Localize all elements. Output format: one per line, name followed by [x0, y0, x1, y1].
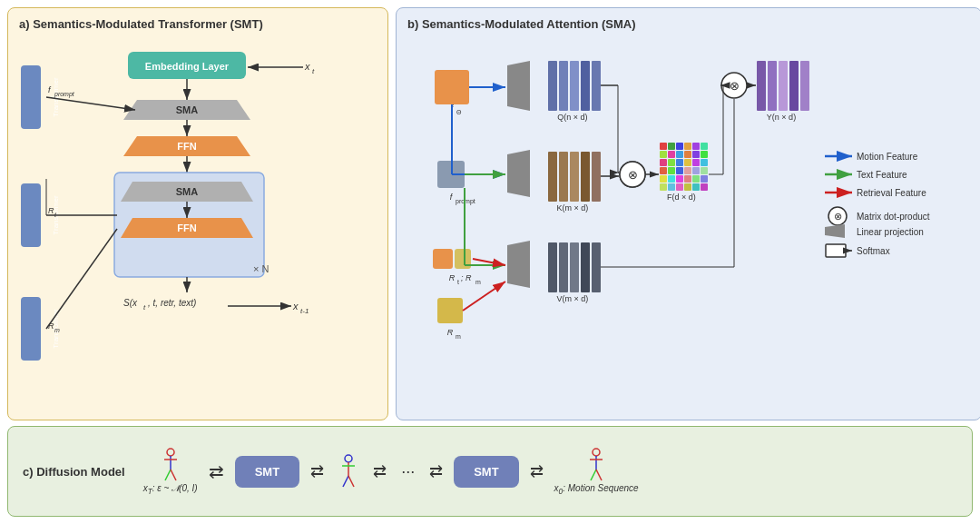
svg-line-58 [596, 470, 602, 480]
k-strip5 [592, 152, 601, 202]
y-label: Y(n × d) [767, 113, 796, 122]
rm-block [437, 298, 463, 323]
svg-line-47 [165, 470, 171, 480]
panel-c: c) Diffusion Model xT: ε ~ 𝒩(0, I) ⇄ SMT… [7, 426, 973, 517]
legend-softmax-rect [826, 244, 846, 257]
svg-rect-28 [676, 167, 683, 174]
function-label2: , t, retr, text) [148, 298, 196, 308]
legend-softmax-label: Softmax [857, 246, 890, 256]
svg-rect-37 [701, 175, 708, 183]
k-proj [507, 150, 530, 197]
svg-line-48 [171, 470, 176, 480]
svg-rect-15 [668, 151, 675, 158]
svg-rect-27 [668, 167, 675, 174]
double-arrow-2: ⇄ [373, 461, 387, 481]
xt-text: xT: ε ~ 𝒩(0, I) [143, 483, 198, 496]
svg-rect-40 [676, 183, 683, 191]
k-strip2 [559, 152, 568, 202]
red-arrow-v [473, 259, 505, 265]
y-strip2 [768, 61, 777, 111]
rm-sup-a: m [54, 327, 60, 333]
double-arrow-4: ⇄ [530, 461, 544, 481]
v-strip2 [559, 242, 568, 292]
svg-point-44 [167, 449, 174, 456]
k-strip1 [548, 152, 557, 202]
svg-point-49 [345, 455, 352, 462]
panel-a-label: a) Semantics-Modulated Transformer (SMT) [19, 17, 377, 31]
v-strip3 [570, 242, 579, 292]
svg-rect-8 [660, 143, 667, 150]
svg-rect-23 [684, 159, 691, 166]
dots: ··· [401, 462, 415, 481]
svg-rect-31 [701, 167, 708, 174]
svg-rect-9 [668, 143, 675, 150]
xt-label: x [304, 61, 310, 72]
legend-text-label: Text Feature [857, 170, 907, 180]
transformer-top [21, 65, 41, 129]
final-dot-symbol: ⊗ [730, 79, 740, 93]
panel-b-diagram: f Θ f prompt R t ; R m R m [407, 38, 970, 347]
function-label-sub: t [143, 303, 146, 311]
svg-rect-38 [660, 183, 667, 191]
svg-rect-18 [692, 151, 700, 158]
q-strip1 [548, 61, 557, 111]
q-strip2 [559, 61, 568, 111]
ffn2-label: FFN [177, 222, 196, 233]
embedding-label: Embedding Layer [145, 61, 230, 72]
svg-rect-42 [692, 183, 700, 191]
svg-rect-14 [660, 151, 667, 158]
y-strip4 [789, 61, 799, 111]
legend-retrieval-label: Retrieval Feature [857, 188, 926, 198]
svg-rect-20 [660, 159, 667, 166]
f-label: F(d × d) [667, 193, 696, 202]
svg-rect-43 [701, 183, 708, 191]
rt-label-a: R [48, 206, 54, 215]
rm-label-a: R [48, 321, 54, 331]
q-strip5 [592, 61, 601, 111]
svg-line-52 [343, 476, 348, 487]
svg-point-54 [593, 449, 600, 456]
mid-figure [335, 453, 362, 489]
double-arrow-1: ⇄ [310, 461, 324, 481]
ffn1-label: FFN [177, 141, 196, 152]
legend-motion-label: Motion Feature [857, 152, 918, 162]
rtm-sub2: m [475, 279, 481, 285]
svg-rect-11 [684, 143, 691, 150]
transformer-bot [21, 297, 41, 361]
rm-b-sub: m [456, 333, 461, 340]
svg-rect-39 [668, 183, 675, 191]
xt-group: xT: ε ~ 𝒩(0, I) [143, 447, 198, 496]
xt-figure [157, 447, 184, 483]
q-proj [507, 61, 530, 111]
svg-line-53 [348, 476, 354, 487]
svg-rect-19 [701, 151, 708, 158]
xt1-sub: t-1 [300, 307, 309, 315]
red-arrow-rm [463, 282, 505, 311]
xt1-label: x [292, 301, 299, 311]
v-strip5 [592, 242, 601, 292]
times-n: × N [253, 263, 269, 274]
y-strip3 [779, 61, 788, 111]
svg-rect-41 [684, 183, 691, 191]
svg-line-57 [591, 470, 596, 480]
svg-rect-12 [692, 143, 700, 150]
xt-subscript: t [312, 67, 315, 75]
sma1-label: SMA [176, 104, 199, 115]
smt-box-1: SMT [235, 456, 299, 488]
svg-rect-24 [692, 159, 700, 166]
x0-group: x0: Motion Sequence [554, 447, 639, 496]
k-label: K(m × d) [557, 203, 589, 213]
x0-text: x0: Motion Sequence [554, 483, 639, 496]
ftheta-block [435, 70, 469, 104]
svg-rect-29 [684, 167, 691, 174]
legend-proj-label: Linear projection [857, 227, 924, 237]
rtm-label: R [449, 273, 456, 282]
ftheta-sub: Θ [456, 109, 462, 115]
dot-product-symbol: ⊗ [628, 168, 638, 182]
q-strip3 [570, 61, 579, 111]
rtm-label2: ; R [461, 273, 472, 282]
rtm-sub: t [457, 279, 459, 285]
transformer-mid [21, 183, 41, 247]
y-strip1 [757, 61, 766, 111]
function-label: S(x [123, 298, 138, 308]
